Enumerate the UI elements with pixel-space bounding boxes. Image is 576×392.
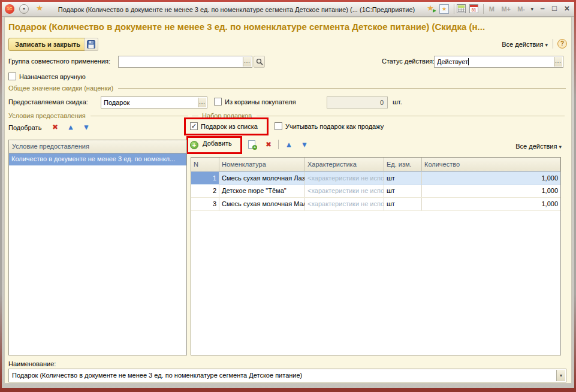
column-header-characteristic[interactable]: Характеристика bbox=[305, 158, 384, 171]
maximize-button[interactable]: □ bbox=[549, 4, 560, 13]
name-dropdown-button[interactable]: ▼ bbox=[556, 370, 565, 381]
name-value: Подарок (Количество в документе не менее… bbox=[12, 372, 554, 379]
table-row[interactable]: 2 Детское пюре "Тёма" <характеристики не… bbox=[191, 185, 560, 198]
column-header-nomenclature[interactable]: Номенклатура bbox=[219, 158, 305, 171]
basket-qty-value: 0 bbox=[330, 99, 384, 106]
minimize-button[interactable]: – bbox=[537, 4, 548, 13]
cell-quantity[interactable]: 1,000 bbox=[422, 172, 560, 184]
chevron-down-icon: ▾ bbox=[559, 144, 562, 150]
status-label: Статус действия: bbox=[382, 58, 435, 65]
cell-nomenclature[interactable]: Детское пюре "Тёма" bbox=[219, 185, 305, 197]
move-up-icon[interactable]: ▲ bbox=[66, 122, 76, 132]
move-down-icon[interactable]: ▼ bbox=[82, 122, 91, 132]
discount-label: Предоставляемая скидка: bbox=[8, 98, 88, 105]
delete-row-icon[interactable]: ✖ bbox=[264, 140, 273, 149]
row-move-up-icon[interactable]: ▲ bbox=[284, 140, 294, 149]
system-menu-icon[interactable]: ▾ bbox=[19, 4, 29, 14]
save-button[interactable] bbox=[84, 38, 98, 51]
from-basket-checkbox[interactable] bbox=[214, 98, 222, 105]
titlebar-separator bbox=[454, 4, 454, 14]
1c-logo-icon[interactable]: 1С bbox=[5, 4, 14, 14]
manual-assign-label: Назначается вручную bbox=[19, 73, 86, 80]
copy-plus-icon: + bbox=[252, 145, 257, 150]
add-gift-label: Добавить bbox=[203, 140, 232, 147]
count-as-sale-checkbox[interactable] bbox=[275, 122, 282, 130]
conditions-group-header: Условия предоставления bbox=[8, 112, 188, 119]
status-value: Действует bbox=[437, 58, 468, 65]
window-title: Подарок (Количество в документе не менее… bbox=[55, 6, 418, 13]
all-actions-button[interactable]: Все действия ▾ bbox=[502, 41, 548, 48]
toolbar-separator bbox=[278, 140, 279, 149]
favorites-box-star: ★ bbox=[442, 6, 447, 12]
gift-from-list-label: Подарок из списка bbox=[201, 123, 258, 130]
usage-group-label: Группа совместного применения: bbox=[8, 58, 110, 65]
conditions-list-header[interactable]: Условие предоставления bbox=[9, 140, 186, 153]
table-row[interactable]: 3 Смесь сухая молочная Малютк... <характ… bbox=[191, 198, 560, 211]
row-move-down-icon[interactable]: ▼ bbox=[300, 140, 309, 149]
green-arrow-icon bbox=[433, 9, 436, 13]
basket-qty-input: 0 bbox=[327, 97, 388, 108]
check-icon: ✓ bbox=[191, 122, 197, 129]
memory-add-button[interactable]: M+ bbox=[501, 4, 511, 14]
titlebar-separator bbox=[483, 4, 484, 14]
column-header-unit[interactable]: Ед. изм. bbox=[384, 158, 422, 171]
name-combo-input[interactable]: Подарок (Количество в документе не менее… bbox=[8, 369, 566, 382]
add-gift-button[interactable]: + Добавить bbox=[190, 140, 232, 149]
discount-select-button[interactable]: ... bbox=[198, 98, 206, 107]
common-discount-group-header: Общее значение скидки (наценки) bbox=[8, 85, 566, 92]
save-and-close-button[interactable]: Записать и закрыть bbox=[8, 38, 87, 51]
calculator-icon[interactable] bbox=[457, 4, 466, 13]
window-titlebar: 1С ▾ ★ Подарок (Количество в документе н… bbox=[2, 2, 574, 17]
cell-n[interactable]: 2 bbox=[191, 185, 219, 197]
cell-n[interactable]: 1 bbox=[191, 172, 219, 184]
cell-characteristic[interactable]: <характеристики не использу... bbox=[305, 198, 384, 210]
cell-quantity[interactable]: 1,000 bbox=[422, 198, 560, 210]
cell-quantity[interactable]: 1,000 bbox=[422, 185, 560, 197]
from-basket-label: Из корзины покупателя bbox=[225, 98, 296, 105]
column-header-n[interactable]: N bbox=[191, 158, 219, 171]
usage-group-input[interactable]: ... bbox=[118, 56, 252, 68]
gifts-all-actions-label: Все действия bbox=[515, 143, 557, 150]
favorites-star-icon[interactable]: ★ bbox=[35, 4, 44, 13]
floppy-disk-icon bbox=[87, 40, 95, 49]
column-header-quantity[interactable]: Количество bbox=[422, 158, 560, 171]
window-frame-left bbox=[0, 0, 2, 392]
cell-unit[interactable]: шт bbox=[384, 172, 422, 184]
cell-unit[interactable]: шт bbox=[384, 198, 422, 210]
cell-characteristic[interactable]: <характеристики не использу... bbox=[305, 172, 384, 184]
gift-from-list-checkbox[interactable]: ✓ bbox=[190, 122, 198, 130]
app-window: 1С ▾ ★ Подарок (Количество в документе н… bbox=[0, 0, 576, 392]
table-row[interactable]: 1 Смесь сухая молочная Лазана <характери… bbox=[191, 171, 560, 185]
window-frame-bottom bbox=[0, 388, 576, 392]
copy-row-icon[interactable]: + bbox=[248, 140, 255, 149]
text-caret bbox=[468, 58, 469, 65]
common-discount-group-title: Общее значение скидки (наценки) bbox=[8, 85, 113, 92]
pick-button[interactable]: Подобрать bbox=[8, 124, 41, 131]
delete-condition-icon[interactable]: ✖ bbox=[50, 122, 60, 132]
count-as-sale-label: Учитывать подарок как продажу bbox=[285, 123, 384, 130]
memory-subtract-button[interactable]: M- bbox=[517, 4, 525, 14]
add-favorite-icon[interactable]: ★ bbox=[426, 4, 435, 13]
status-input[interactable]: Действует ... bbox=[434, 56, 563, 68]
cell-nomenclature[interactable]: Смесь сухая молочная Малютк... bbox=[219, 198, 305, 210]
cell-n[interactable]: 3 bbox=[191, 198, 219, 210]
close-button[interactable]: × bbox=[562, 4, 572, 13]
usage-group-select-button[interactable]: ... bbox=[243, 57, 251, 67]
status-select-button[interactable]: ... bbox=[554, 57, 562, 67]
manual-assign-checkbox[interactable] bbox=[8, 73, 16, 80]
calendar-icon[interactable]: 31 bbox=[469, 4, 478, 13]
cell-nomenclature[interactable]: Смесь сухая молочная Лазана bbox=[219, 172, 305, 184]
discount-input[interactable]: Подарок ... bbox=[101, 97, 207, 108]
chevron-down-icon[interactable]: ▾ bbox=[530, 6, 533, 12]
search-icon bbox=[256, 58, 263, 65]
gifts-all-actions-button[interactable]: Все действия ▾ bbox=[515, 143, 562, 150]
cell-characteristic[interactable]: <характеристики не использу... bbox=[305, 185, 384, 197]
cell-unit[interactable]: шт bbox=[384, 185, 422, 197]
help-button[interactable]: ? bbox=[557, 39, 567, 49]
calendar-day-label: 31 bbox=[470, 7, 478, 13]
memory-recall-button[interactable]: M bbox=[489, 4, 494, 14]
conditions-group-title: Условия предоставления bbox=[8, 112, 86, 119]
usage-group-search-button[interactable] bbox=[254, 56, 265, 68]
open-favorites-icon[interactable]: ★ bbox=[439, 4, 449, 14]
condition-list-item[interactable]: Количество в документе не менее 3 ед. по… bbox=[9, 153, 186, 165]
